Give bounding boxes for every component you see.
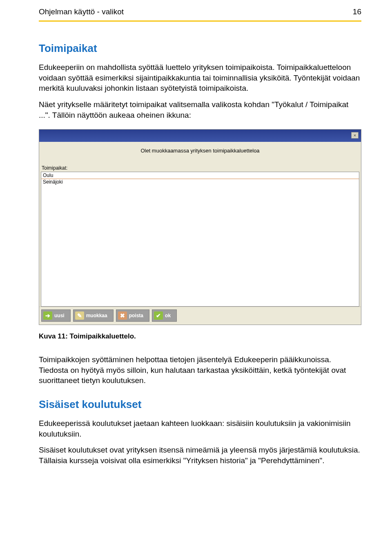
button-label: poista: [129, 313, 143, 318]
button-label: muokkaa: [86, 313, 107, 318]
muokkaa-button[interactable]: ✎ muokkaa: [73, 309, 114, 322]
header-rule: [39, 20, 361, 22]
dialog-toolbar: ➔ uusi ✎ muokkaa ✖ poista ✔ ok: [39, 307, 361, 325]
body-paragraph: Sisäiset koulutukset ovat yrityksen itse…: [39, 445, 361, 466]
list-item[interactable]: Oulu: [41, 172, 359, 179]
poista-button[interactable]: ✖ poista: [116, 309, 149, 322]
dialog-titlebar: ×: [39, 130, 361, 142]
body-paragraph: Toimipaikkojen syöttäminen helpottaa tie…: [39, 354, 361, 386]
page-header: Ohjelman käyttö - valikot 16: [39, 0, 361, 20]
body-paragraph: Edukeeperissä koulutukset jaetaan kahtee…: [39, 418, 361, 439]
dialog-window: × Olet muokkaamassa yrityksen toimipaikk…: [39, 129, 361, 325]
uusi-button[interactable]: ➔ uusi: [41, 309, 71, 322]
arrow-right-icon: ➔: [43, 311, 52, 320]
body-paragraph: Edukeeperiin on mahdollista syöttää luet…: [39, 62, 361, 94]
figure-caption: Kuva 11: Toimipaikkaluettelo.: [39, 332, 361, 341]
ok-button[interactable]: ✔ ok: [152, 309, 177, 322]
section-title-toimipaikat: Toimipaikat: [39, 42, 361, 55]
breadcrumb: Ohjelman käyttö - valikot: [39, 7, 124, 16]
body-paragraph: Näet yritykselle määritetyt toimipaikat …: [39, 99, 361, 120]
listbox[interactable]: Oulu Seinäjoki: [41, 172, 359, 307]
section-title-sisaiset: Sisäiset koulutukset: [39, 398, 361, 411]
dialog-subheader: Olet muokkaamassa yrityksen toimipaikkal…: [39, 142, 361, 164]
close-icon[interactable]: ×: [351, 132, 359, 139]
delete-icon: ✖: [118, 311, 127, 320]
ok-icon: ✔: [154, 311, 163, 320]
list-label: Toimipaikat:: [39, 164, 361, 172]
button-label: ok: [165, 313, 171, 318]
button-label: uusi: [54, 313, 65, 318]
edit-icon: ✎: [75, 311, 84, 320]
page-number: 16: [353, 7, 361, 16]
list-item[interactable]: Seinäjoki: [41, 179, 359, 185]
